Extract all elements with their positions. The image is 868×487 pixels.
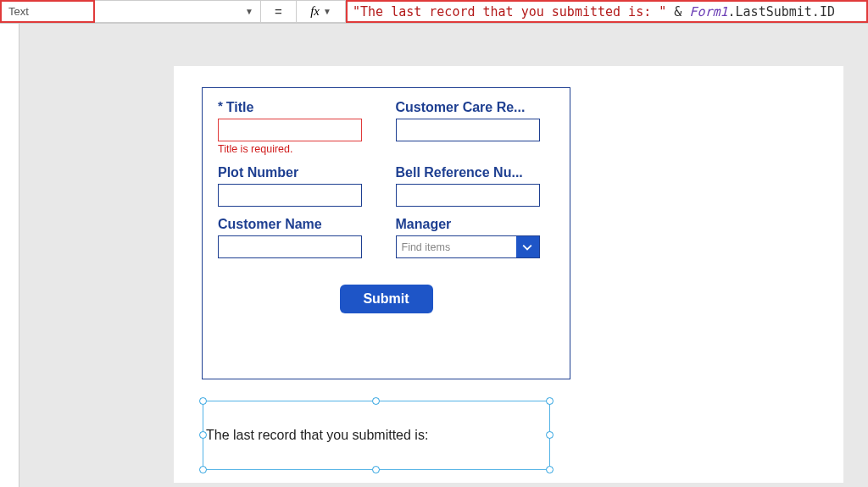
- result-label-control[interactable]: The last record that you submitted is:: [203, 401, 550, 470]
- title-input[interactable]: [218, 119, 362, 141]
- customer-care-input[interactable]: [396, 119, 540, 141]
- combobox-toggle[interactable]: [516, 236, 539, 257]
- equals-indicator: =: [261, 0, 297, 23]
- chevron-down-icon: ▼: [245, 7, 253, 16]
- field-label: Manager: [396, 217, 548, 232]
- formula-input[interactable]: "The last record that you submitted is: …: [346, 0, 868, 23]
- field-customer-care: Customer Care Re...: [396, 100, 555, 155]
- field-title: * Title Title is required.: [218, 100, 377, 155]
- plot-number-input[interactable]: [218, 184, 362, 207]
- manager-combobox[interactable]: Find items: [396, 235, 540, 258]
- formula-token-op: &: [666, 4, 689, 19]
- field-label: Bell Reference Nu...: [396, 165, 548, 180]
- equals-text: =: [275, 4, 282, 19]
- fx-button[interactable]: fx ▼: [297, 0, 346, 23]
- field-label: Title: [226, 100, 254, 115]
- form-grid: * Title Title is required. Customer Care…: [218, 100, 554, 263]
- field-customer-name: Customer Name: [218, 217, 377, 258]
- required-indicator: *: [218, 98, 223, 113]
- fx-label: fx: [310, 4, 320, 19]
- chevron-down-icon: [522, 242, 532, 252]
- chevron-down-icon: ▼: [323, 7, 331, 16]
- manager-placeholder: Find items: [397, 236, 516, 257]
- field-bell-reference: Bell Reference Nu...: [396, 165, 555, 207]
- field-plot-number: Plot Number: [218, 165, 377, 207]
- formula-token-member: .LastSubmit.ID: [728, 4, 835, 19]
- canvas-left-edge: [0, 24, 19, 487]
- field-label: Customer Care Re...: [396, 100, 548, 115]
- property-dropdown-value: Text: [8, 5, 29, 18]
- result-label-text: The last record that you submitted is:: [206, 428, 428, 443]
- formula-token-object: Form1: [689, 4, 727, 19]
- formula-token-string: "The last record that you submitted is: …: [353, 4, 666, 19]
- form-control[interactable]: * Title Title is required. Customer Care…: [202, 87, 570, 379]
- customer-name-input[interactable]: [218, 235, 362, 258]
- formula-bar: Text ▼ = fx ▼ "The last record that you …: [0, 0, 868, 24]
- field-manager: Manager Find items: [396, 217, 555, 258]
- bell-reference-input[interactable]: [396, 184, 540, 207]
- property-dropdown[interactable]: Text: [0, 0, 95, 23]
- field-label: Customer Name: [218, 217, 370, 232]
- title-error-text: Title is required.: [218, 143, 377, 155]
- submit-button[interactable]: Submit: [340, 285, 433, 313]
- control-dropdown[interactable]: ▼: [95, 0, 261, 23]
- design-canvas[interactable]: * Title Title is required. Customer Care…: [174, 66, 843, 483]
- submit-button-label: Submit: [363, 291, 409, 306]
- field-label: Plot Number: [218, 165, 370, 180]
